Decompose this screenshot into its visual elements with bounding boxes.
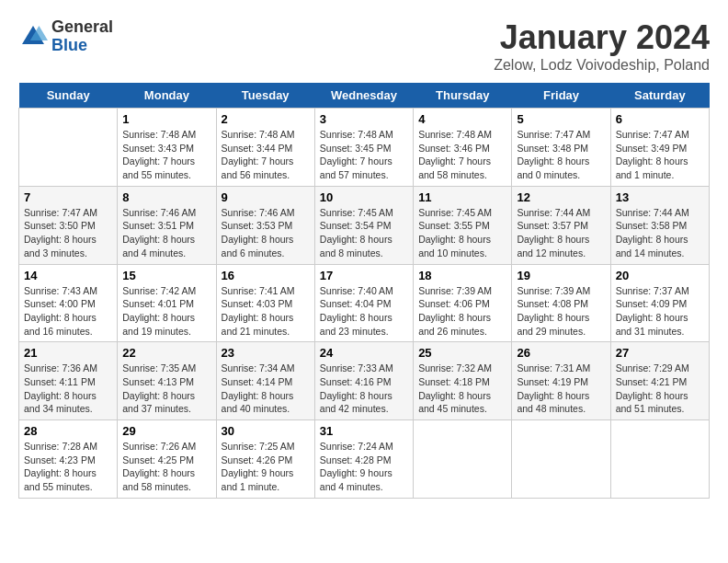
calendar-cell: 22Sunrise: 7:35 AM Sunset: 4:13 PM Dayli…	[118, 342, 216, 420]
day-info: Sunrise: 7:33 AM Sunset: 4:16 PM Dayligh…	[320, 362, 408, 416]
day-header-tuesday: Tuesday	[216, 83, 314, 109]
day-number: 20	[616, 269, 704, 282]
day-info: Sunrise: 7:47 AM Sunset: 3:48 PM Dayligh…	[517, 128, 605, 182]
day-number: 8	[122, 190, 210, 204]
calendar-cell: 8Sunrise: 7:46 AM Sunset: 3:51 PM Daylig…	[118, 186, 216, 264]
day-number: 26	[517, 346, 605, 360]
logo-text: General Blue	[51, 18, 113, 55]
day-info: Sunrise: 7:39 AM Sunset: 4:08 PM Dayligh…	[517, 284, 605, 339]
day-info: Sunrise: 7:28 AM Sunset: 4:23 PM Dayligh…	[24, 440, 112, 494]
day-number: 23	[222, 346, 310, 360]
calendar-cell: 31Sunrise: 7:24 AM Sunset: 4:28 PM Dayli…	[314, 420, 413, 499]
day-number: 1	[122, 112, 210, 126]
calendar-cell: 1Sunrise: 7:48 AM Sunset: 3:43 PM Daylig…	[118, 109, 216, 187]
calendar-cell: 28Sunrise: 7:28 AM Sunset: 4:23 PM Dayli…	[19, 420, 118, 499]
day-info: Sunrise: 7:31 AM Sunset: 4:19 PM Dayligh…	[517, 362, 605, 416]
calendar-cell: 5Sunrise: 7:47 AM Sunset: 3:48 PM Daylig…	[512, 109, 610, 187]
day-info: Sunrise: 7:48 AM Sunset: 3:45 PM Dayligh…	[320, 128, 408, 182]
calendar-header-row: SundayMondayTuesdayWednesdayThursdayFrid…	[19, 83, 710, 109]
day-number: 22	[122, 346, 210, 360]
day-info: Sunrise: 7:45 AM Sunset: 3:55 PM Dayligh…	[418, 206, 506, 260]
day-number: 19	[517, 269, 605, 282]
day-info: Sunrise: 7:44 AM Sunset: 3:57 PM Dayligh…	[517, 206, 605, 260]
day-number: 18	[418, 269, 506, 282]
day-number: 15	[122, 269, 210, 282]
day-number: 6	[616, 112, 704, 126]
calendar-week-4: 21Sunrise: 7:36 AM Sunset: 4:11 PM Dayli…	[19, 342, 710, 420]
day-number: 9	[222, 190, 310, 204]
day-number: 24	[320, 346, 408, 360]
logo-general-text: General	[51, 18, 113, 37]
calendar-cell	[512, 420, 610, 499]
calendar-cell: 13Sunrise: 7:44 AM Sunset: 3:58 PM Dayli…	[610, 186, 709, 264]
calendar-week-5: 28Sunrise: 7:28 AM Sunset: 4:23 PM Dayli…	[19, 420, 710, 499]
day-number: 14	[24, 269, 112, 282]
calendar-cell: 12Sunrise: 7:44 AM Sunset: 3:57 PM Dayli…	[512, 186, 610, 264]
calendar-week-1: 1Sunrise: 7:48 AM Sunset: 3:43 PM Daylig…	[19, 109, 710, 187]
calendar-cell: 26Sunrise: 7:31 AM Sunset: 4:19 PM Dayli…	[512, 342, 610, 420]
calendar-table: SundayMondayTuesdayWednesdayThursdayFrid…	[18, 83, 710, 499]
day-number: 7	[24, 190, 112, 204]
day-number: 30	[222, 424, 310, 438]
day-info: Sunrise: 7:26 AM Sunset: 4:25 PM Dayligh…	[122, 440, 210, 494]
day-header-wednesday: Wednesday	[314, 83, 413, 109]
calendar-cell: 14Sunrise: 7:43 AM Sunset: 4:00 PM Dayli…	[19, 264, 118, 342]
day-number: 10	[320, 190, 408, 204]
calendar-cell: 2Sunrise: 7:48 AM Sunset: 3:44 PM Daylig…	[216, 109, 314, 187]
calendar-cell: 21Sunrise: 7:36 AM Sunset: 4:11 PM Dayli…	[19, 342, 118, 420]
calendar-cell: 27Sunrise: 7:29 AM Sunset: 4:21 PM Dayli…	[610, 342, 709, 420]
calendar-cell	[414, 420, 512, 499]
day-info: Sunrise: 7:37 AM Sunset: 4:09 PM Dayligh…	[616, 284, 704, 339]
day-number: 28	[24, 424, 112, 438]
calendar-week-2: 7Sunrise: 7:47 AM Sunset: 3:50 PM Daylig…	[19, 186, 710, 264]
calendar-body: 1Sunrise: 7:48 AM Sunset: 3:43 PM Daylig…	[19, 109, 710, 499]
calendar-cell: 10Sunrise: 7:45 AM Sunset: 3:54 PM Dayli…	[314, 186, 413, 264]
day-info: Sunrise: 7:32 AM Sunset: 4:18 PM Dayligh…	[418, 362, 506, 416]
calendar-cell: 7Sunrise: 7:47 AM Sunset: 3:50 PM Daylig…	[19, 186, 118, 264]
day-info: Sunrise: 7:46 AM Sunset: 3:53 PM Dayligh…	[222, 206, 310, 260]
day-info: Sunrise: 7:48 AM Sunset: 3:43 PM Dayligh…	[122, 128, 210, 182]
calendar-cell: 9Sunrise: 7:46 AM Sunset: 3:53 PM Daylig…	[216, 186, 314, 264]
calendar-cell: 29Sunrise: 7:26 AM Sunset: 4:25 PM Dayli…	[118, 420, 216, 499]
day-info: Sunrise: 7:42 AM Sunset: 4:01 PM Dayligh…	[122, 284, 210, 339]
logo-icon	[18, 22, 48, 52]
day-info: Sunrise: 7:47 AM Sunset: 3:49 PM Dayligh…	[616, 128, 704, 182]
day-number: 11	[418, 190, 506, 204]
calendar-week-3: 14Sunrise: 7:43 AM Sunset: 4:00 PM Dayli…	[19, 264, 710, 342]
day-number: 5	[517, 112, 605, 126]
day-info: Sunrise: 7:43 AM Sunset: 4:00 PM Dayligh…	[24, 284, 112, 339]
day-info: Sunrise: 7:29 AM Sunset: 4:21 PM Dayligh…	[616, 362, 704, 416]
day-info: Sunrise: 7:44 AM Sunset: 3:58 PM Dayligh…	[616, 206, 704, 260]
logo-blue-text: Blue	[51, 37, 113, 55]
calendar-cell: 15Sunrise: 7:42 AM Sunset: 4:01 PM Dayli…	[118, 264, 216, 342]
calendar-cell: 18Sunrise: 7:39 AM Sunset: 4:06 PM Dayli…	[414, 264, 512, 342]
calendar-cell	[610, 420, 709, 499]
calendar-cell: 23Sunrise: 7:34 AM Sunset: 4:14 PM Dayli…	[216, 342, 314, 420]
header: General Blue January 2024 Zelow, Lodz Vo…	[18, 18, 710, 74]
title-area: January 2024 Zelow, Lodz Voivodeship, Po…	[494, 18, 710, 74]
calendar-subtitle: Zelow, Lodz Voivodeship, Poland	[494, 57, 710, 74]
day-number: 21	[24, 346, 112, 360]
day-info: Sunrise: 7:45 AM Sunset: 3:54 PM Dayligh…	[320, 206, 408, 260]
calendar-cell: 19Sunrise: 7:39 AM Sunset: 4:08 PM Dayli…	[512, 264, 610, 342]
day-number: 16	[222, 269, 310, 282]
day-header-thursday: Thursday	[414, 83, 512, 109]
day-info: Sunrise: 7:41 AM Sunset: 4:03 PM Dayligh…	[222, 284, 310, 339]
day-info: Sunrise: 7:48 AM Sunset: 3:44 PM Dayligh…	[222, 128, 310, 182]
calendar-cell: 25Sunrise: 7:32 AM Sunset: 4:18 PM Dayli…	[414, 342, 512, 420]
calendar-cell: 16Sunrise: 7:41 AM Sunset: 4:03 PM Dayli…	[216, 264, 314, 342]
day-info: Sunrise: 7:39 AM Sunset: 4:06 PM Dayligh…	[418, 284, 506, 339]
day-info: Sunrise: 7:34 AM Sunset: 4:14 PM Dayligh…	[222, 362, 310, 416]
day-number: 13	[616, 190, 704, 204]
day-info: Sunrise: 7:24 AM Sunset: 4:28 PM Dayligh…	[320, 440, 408, 494]
calendar-cell: 11Sunrise: 7:45 AM Sunset: 3:55 PM Dayli…	[414, 186, 512, 264]
day-header-friday: Friday	[512, 83, 610, 109]
day-header-saturday: Saturday	[610, 83, 709, 109]
logo: General Blue	[18, 18, 113, 55]
day-number: 29	[122, 424, 210, 438]
day-info: Sunrise: 7:25 AM Sunset: 4:26 PM Dayligh…	[222, 440, 310, 494]
day-number: 25	[418, 346, 506, 360]
day-info: Sunrise: 7:35 AM Sunset: 4:13 PM Dayligh…	[122, 362, 210, 416]
calendar-cell: 24Sunrise: 7:33 AM Sunset: 4:16 PM Dayli…	[314, 342, 413, 420]
day-info: Sunrise: 7:46 AM Sunset: 3:51 PM Dayligh…	[122, 206, 210, 260]
